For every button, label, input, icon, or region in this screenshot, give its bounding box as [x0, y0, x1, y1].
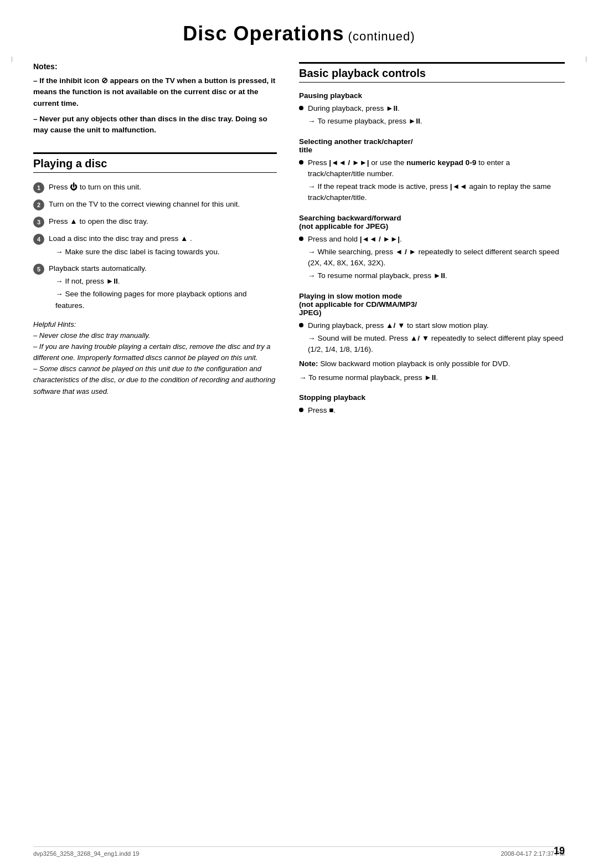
- slowmotion-resume: → To resume normal playback, press ►II.: [299, 372, 565, 383]
- subsection-pausing: Pausing playback During playback, press …: [299, 91, 565, 127]
- page-container: | | Disc Operations (continued) Notes: –…: [0, 0, 598, 868]
- slowmotion-sub-1: Sound will be muted. Press ▲/ ▼ repeated…: [308, 333, 565, 356]
- slowmotion-title: Playing in slow motion mode(not applicab…: [299, 292, 565, 317]
- notes-text: – If the inhibit icon ⊘ appears on the T…: [33, 75, 277, 136]
- step-5: 5 Playback starts automatically. If not,…: [33, 263, 277, 311]
- step-1: 1 Press ⏻ to turn on this unit.: [33, 182, 277, 193]
- searching-content: Press and hold |◄◄ / ►►|. While searchin…: [308, 234, 565, 282]
- step-4-content: Load a disc into the disc tray and press…: [49, 233, 277, 258]
- pausing-bullet: During playback, press ►II. To resume pl…: [299, 103, 565, 127]
- footer-left: dvp3256_3258_3268_94_eng1.indd 19: [33, 850, 139, 857]
- playing-steps-list: 1 Press ⏻ to turn on this unit. 2 Turn o…: [33, 182, 277, 311]
- basic-playback-title: Basic playback controls: [299, 67, 565, 80]
- step-4: 4 Load a disc into the disc tray and pre…: [33, 233, 277, 258]
- page-number: 19: [554, 845, 565, 857]
- step-5-sub-1: If not, press ►II.: [49, 276, 277, 287]
- searching-title: Searching backward/forward(not applicabl…: [299, 214, 565, 230]
- step-2-number: 2: [33, 199, 44, 210]
- slowmotion-bullet: During playback, press ▲/ ▼ to start slo…: [299, 320, 565, 356]
- selecting-title: Selecting another track/chapter/title: [299, 137, 565, 154]
- step-2: 2 Turn on the TV to the correct viewing …: [33, 199, 277, 210]
- pausing-content: During playback, press ►II. To resume pl…: [308, 103, 565, 127]
- subsection-slowmotion: Playing in slow motion mode(not applicab…: [299, 292, 565, 383]
- searching-sub-1: While searching, press ◄ / ► repeatedly …: [308, 246, 565, 269]
- searching-bullet: Press and hold |◄◄ / ►►|. While searchin…: [299, 234, 565, 282]
- stopping-title: Stopping playback: [299, 393, 565, 402]
- bullet-dot-5: [299, 408, 303, 412]
- step-4-number: 4: [33, 234, 44, 245]
- margin-mark-left: |: [11, 55, 13, 62]
- subsection-stopping: Stopping playback Press ■.: [299, 393, 565, 416]
- note-item-2: – Never put any objects other than discs…: [33, 114, 277, 136]
- left-column: Notes: – If the inhibit icon ⊘ appears o…: [33, 62, 277, 426]
- step-1-number: 1: [33, 182, 44, 193]
- bullet-dot-4: [299, 323, 303, 327]
- subsection-selecting: Selecting another track/chapter/title Pr…: [299, 137, 565, 204]
- step-5-number: 5: [33, 264, 44, 275]
- bullet-dot-2: [299, 160, 303, 165]
- hint-3: – Some discs cannot be played on this un…: [33, 363, 277, 397]
- stopping-content: Press ■.: [308, 405, 565, 416]
- step-3-content: Press ▲ to open the disc tray.: [49, 216, 277, 227]
- step-3: 3 Press ▲ to open the disc tray.: [33, 216, 277, 228]
- selecting-bullet: Press |◄◄ / ►►| or use the numeric keypa…: [299, 157, 565, 204]
- step-4-sub: Make sure the disc label is facing towar…: [49, 246, 277, 258]
- right-column: Basic playback controls Pausing playback…: [299, 62, 565, 426]
- slowmotion-content: During playback, press ▲/ ▼ to start slo…: [308, 320, 565, 356]
- bullet-dot-1: [299, 106, 303, 110]
- hint-1: – Never close the disc tray manually.: [33, 330, 277, 341]
- two-column-layout: Notes: – If the inhibit icon ⊘ appears o…: [33, 62, 565, 426]
- page-footer: dvp3256_3258_3268_94_eng1.indd 19 2008-0…: [33, 846, 565, 857]
- step-5-content: Playback starts automatically. If not, p…: [49, 263, 277, 311]
- notes-section: Notes: – If the inhibit icon ⊘ appears o…: [33, 62, 277, 136]
- title-text: Disc Operations: [183, 22, 344, 45]
- title-suffix: (continued): [344, 29, 415, 43]
- notes-title: Notes:: [33, 62, 277, 71]
- step-1-content: Press ⏻ to turn on this unit.: [49, 182, 277, 193]
- step-5-sub-2: See the following pages for more playbac…: [49, 289, 277, 311]
- selecting-content: Press |◄◄ / ►►| or use the numeric keypa…: [308, 157, 565, 204]
- step-2-content: Turn on the TV to the correct viewing ch…: [49, 199, 277, 210]
- playing-a-disc-title: Playing a disc: [33, 157, 277, 170]
- subsection-searching: Searching backward/forward(not applicabl…: [299, 214, 565, 282]
- helpful-hints: Helpful Hints: – Never close the disc tr…: [33, 319, 277, 397]
- stopping-bullet: Press ■.: [299, 405, 565, 416]
- pausing-sub: To resume playback, press ►II.: [308, 116, 565, 127]
- margin-mark-right: |: [585, 55, 587, 62]
- note-item-1: – If the inhibit icon ⊘ appears on the T…: [33, 75, 277, 109]
- page-title: Disc Operations (continued): [33, 22, 565, 45]
- basic-playback-heading: Basic playback controls: [299, 62, 565, 83]
- playing-a-disc-heading: Playing a disc: [33, 152, 277, 173]
- searching-sub-2: To resume normal playback, press ►II.: [308, 270, 565, 281]
- helpful-hints-title: Helpful Hints:: [33, 319, 277, 330]
- selecting-sub: If the repeat track mode is active, pres…: [308, 181, 565, 204]
- bullet-dot-3: [299, 237, 303, 241]
- slowmotion-note: Note: Slow backward motion playback is o…: [299, 358, 565, 369]
- hint-2: – If you are having trouble playing a ce…: [33, 341, 277, 363]
- step-3-number: 3: [33, 217, 44, 228]
- pausing-title: Pausing playback: [299, 91, 565, 100]
- page-header: Disc Operations (continued): [33, 22, 565, 45]
